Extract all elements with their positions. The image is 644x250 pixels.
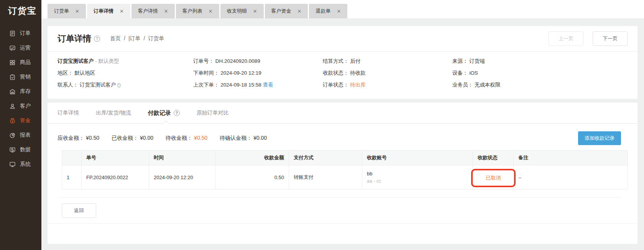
order-info-col-4: 来源： 订货端 设备： iOS 业务员： 无成本权限	[452, 58, 628, 93]
sidebar-item-label: 系统	[20, 161, 31, 168]
data-icon	[9, 147, 16, 153]
breadcrumb-parent[interactable]: |订单	[128, 35, 141, 42]
sidebar-item-label: 营销	[20, 74, 31, 80]
sidebar-item-customers[interactable]: 客户	[0, 99, 41, 113]
system-icon	[9, 161, 16, 168]
table-row: 1 FP.20240920.0022 2024-09-20 12:20 0.50…	[62, 165, 628, 190]
section-divider	[48, 223, 637, 224]
sidebar-item-system[interactable]: 系统	[0, 157, 41, 172]
salesman-label: 业务员：	[452, 82, 473, 88]
sidebar: 订货宝 订单 运营 商品 营销 库存 客户 资金	[0, 0, 41, 250]
tab-label: 客户列表	[182, 8, 202, 15]
close-icon[interactable]: ✕	[297, 8, 302, 14]
account-sub: aa - cc	[367, 178, 468, 184]
sidebar-menu: 订单 运营 商品 营销 库存 客户 资金 报表	[0, 26, 41, 172]
add-payment-record-button[interactable]: 添加收款记录	[578, 131, 621, 145]
inventory-icon	[9, 88, 16, 95]
tab-label: 客户详情	[138, 8, 158, 15]
order-info-col-3: 结算方式： 后付 收款状态： 待收款 订单状态： 待出库	[323, 58, 452, 93]
cell-method: 转账支付	[289, 165, 362, 190]
last-order-line: 上次下单： 2024-09-18 15:58 查看	[193, 82, 323, 88]
next-page-button[interactable]: 下一页	[593, 31, 628, 46]
col-header-status: 收款状态	[473, 150, 514, 165]
tab-customer-detail[interactable]: 客户详情 ✕	[131, 4, 175, 18]
sidebar-item-funds[interactable]: 资金	[0, 113, 41, 128]
order-no-label: 订单号：	[193, 58, 214, 64]
close-icon[interactable]: ✕	[120, 8, 124, 14]
cell-account: bb aa - cc	[362, 165, 473, 190]
tab-shipping-logistics[interactable]: 出库/发货/物流	[96, 109, 131, 116]
table-header-row: 单号 时间 收款金额 支付方式 收款账号 收款状态 备注	[62, 150, 628, 165]
tab-refund[interactable]: 退款单 ✕	[309, 4, 347, 18]
prev-page-button[interactable]: 上一页	[549, 31, 583, 46]
sidebar-item-label: 数据	[20, 146, 31, 153]
cell-index: 1	[62, 165, 82, 190]
last-order-value: 2024-09-18 15:58	[220, 82, 261, 88]
help-icon[interactable]: ?	[94, 36, 100, 42]
sidebar-item-operations[interactable]: 运营	[0, 41, 41, 55]
tab-dinghuodan[interactable]: 订货单 ✕	[48, 4, 86, 18]
sidebar-item-goods[interactable]: 商品	[0, 55, 41, 70]
tab-label: 订货单	[54, 8, 69, 15]
contact-label: 联系人：	[58, 82, 78, 88]
sidebar-item-orders[interactable]: 订单	[0, 26, 41, 41]
sidebar-item-label: 订单	[20, 30, 31, 37]
tab-payment-records[interactable]: 付款记录 ?	[148, 109, 180, 117]
tab-income-expense[interactable]: 收支明细 ✕	[220, 4, 264, 18]
tab-label: 收支明细	[227, 8, 247, 15]
sidebar-item-reports[interactable]: 报表	[0, 128, 41, 142]
customer-separator: -	[95, 58, 97, 64]
order-info-col-1: 订货宝测试客户 - 默认类型 地区： 默认地区 联系人： 订货宝测试客户 ()	[58, 58, 193, 93]
source-line: 来源： 订货端	[452, 58, 628, 65]
salesman-line: 业务员： 无成本权限	[452, 82, 628, 88]
payment-section: 应收金额：¥0.50 已收金额：¥0.00 待收金额：¥0.50 待确认金额：¥…	[48, 124, 637, 198]
pending-amount: 待收金额：¥0.50	[166, 135, 207, 142]
tab-order-details[interactable]: 订单详情	[58, 109, 79, 116]
close-icon[interactable]: ✕	[337, 8, 341, 14]
region-line: 地区： 默认地区	[58, 70, 193, 77]
pending-label: 待收金额：	[166, 135, 192, 141]
sidebar-item-label: 客户	[20, 103, 31, 109]
settle-value: 后付	[350, 58, 360, 64]
payment-summary-row: 应收金额：¥0.50 已收金额：¥0.00 待收金额：¥0.50 待确认金额：¥…	[58, 131, 621, 145]
tab-order-detail[interactable]: 订单详情 ✕	[87, 4, 130, 18]
customer-line: 订货宝测试客户 - 默认类型	[58, 58, 193, 65]
order-status-label: 订单状态：	[323, 82, 349, 88]
close-icon[interactable]: ✕	[253, 8, 257, 14]
receivable-label: 应收金额：	[58, 135, 84, 141]
tab-original-order-compare[interactable]: 原始订单对比	[197, 109, 229, 116]
help-icon[interactable]: ?	[174, 110, 180, 116]
goods-icon	[9, 59, 16, 66]
funds-icon	[9, 118, 16, 124]
receivable-value: ¥0.50	[86, 135, 99, 141]
back-button[interactable]: 返回	[62, 203, 96, 218]
close-icon[interactable]: ✕	[75, 8, 79, 14]
detail-tabs: 订单详情 出库/发货/物流 付款记录 ? 原始订单对比	[48, 103, 637, 124]
tab-customer-list[interactable]: 客户列表 ✕	[176, 4, 219, 18]
close-icon[interactable]: ✕	[209, 8, 213, 14]
view-link[interactable]: 查看	[263, 82, 273, 88]
col-header-method: 支付方式	[289, 150, 362, 165]
col-header-time: 时间	[149, 150, 215, 165]
contact-suffix: ()	[117, 82, 121, 88]
received-value: ¥0.00	[140, 135, 153, 141]
sidebar-item-label: 运营	[20, 44, 31, 51]
close-icon[interactable]: ✕	[164, 8, 168, 14]
order-header-card: 订单详情 ? 首页 / |订单 / 订货单 上一页 下一页 订货宝测试客户 - …	[48, 26, 637, 99]
sidebar-item-marketing[interactable]: 营销	[0, 70, 41, 84]
breadcrumb-current[interactable]: 订货单	[148, 35, 164, 42]
settle-label: 结算方式：	[323, 58, 349, 64]
tab-customer-funds[interactable]: 客户资金 ✕	[265, 4, 308, 18]
sidebar-item-label: 报表	[20, 132, 31, 139]
sidebar-item-inventory[interactable]: 库存	[0, 84, 41, 99]
pagination-buttons: 上一页 下一页	[549, 31, 628, 46]
customer-icon	[9, 103, 16, 109]
pending-value: ¥0.50	[194, 135, 207, 141]
sidebar-item-data[interactable]: 数据	[0, 142, 41, 157]
sidebar-item-label: 库存	[20, 88, 31, 95]
tab-label: 退款单	[315, 8, 330, 15]
cell-time: 2024-09-20 12:20	[149, 165, 215, 190]
breadcrumb-home[interactable]: 首页	[110, 35, 121, 42]
tab-label: 订单详情	[94, 8, 113, 15]
unconfirmed-label: 待确认金额：	[220, 135, 252, 141]
